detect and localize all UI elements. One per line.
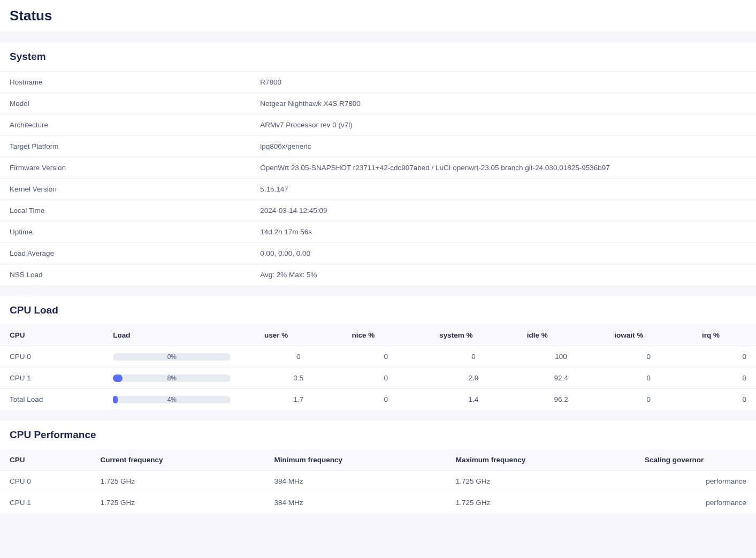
cpu-user: 0: [255, 346, 342, 368]
cpu-idle: 100: [517, 346, 605, 368]
page-title: Status: [0, 0, 756, 32]
cpu-irq: 0: [692, 346, 756, 368]
system-row-label: Firmware Version: [10, 164, 260, 172]
system-row-label: Model: [10, 100, 260, 108]
system-row-value: 0.00, 0.00, 0.00: [260, 249, 746, 257]
cpu-perf-row: CPU 11.725 GHz384 MHz1.725 GHzperformanc…: [0, 492, 756, 514]
col-cpu: CPU: [0, 325, 103, 346]
system-row-label: Local Time: [10, 207, 260, 215]
cpu-name: Total Load: [0, 389, 103, 410]
load-progress-text: 4%: [167, 396, 177, 403]
cpu-iowait: 0: [605, 368, 692, 389]
system-row: Local Time2024-03-14 12:45:09: [0, 200, 756, 221]
cpu-nice: 0: [342, 346, 430, 368]
cpu-name: CPU 0: [0, 471, 91, 492]
cpu-load-cell: 4%: [103, 389, 255, 410]
col-load: Load: [103, 325, 255, 346]
spacer: [0, 410, 756, 421]
load-progress-bar: [113, 396, 118, 403]
col-user: user %: [255, 325, 342, 346]
cpu-iowait: 0: [605, 389, 692, 410]
system-row: ModelNetgear Nighthawk X4S R7800: [0, 93, 756, 114]
maximum-frequency: 1.725 GHz: [446, 471, 635, 492]
system-row-label: NSS Load: [10, 271, 260, 279]
system-row-value: 2024-03-14 12:45:09: [260, 207, 746, 215]
system-row-value: ipq806x/generic: [260, 142, 746, 150]
load-progress-text: 0%: [167, 353, 177, 361]
system-row-label: Kernel Version: [10, 185, 260, 193]
cpu-iowait: 0: [605, 346, 692, 368]
system-row-label: Uptime: [10, 228, 260, 236]
cpu-load-cell: 8%: [103, 368, 255, 389]
col-system: system %: [430, 325, 517, 346]
system-row-label: Architecture: [10, 121, 260, 129]
system-section-title: System: [0, 42, 756, 71]
col-maximum-frequency: Maximum frequency: [446, 449, 635, 471]
load-progress: 0%: [113, 353, 231, 361]
system-row-value: OpenWrt 23.05-SNAPSHOT r23711+42-cdc907a…: [260, 164, 746, 172]
system-row-label: Target Platform: [10, 142, 260, 150]
system-row-label: Hostname: [10, 78, 260, 86]
cpu-irq: 0: [692, 368, 756, 389]
cpu-name: CPU 1: [0, 492, 91, 514]
cpu-load-section: CPU Load CPU Load user % nice % system %…: [0, 296, 756, 410]
col-idle: idle %: [517, 325, 605, 346]
system-row: HostnameR7800: [0, 71, 756, 93]
system-row-label: Load Average: [10, 249, 260, 257]
system-row-value: Netgear Nighthawk X4S R7800: [260, 100, 746, 108]
col-minimum-frequency: Minimum frequency: [265, 449, 446, 471]
spacer: [0, 32, 756, 42]
load-progress: 4%: [113, 396, 231, 403]
col-current-frequency: Current frequency: [91, 449, 265, 471]
cpu-irq: 0: [692, 389, 756, 410]
system-row: Kernel Version5.15.147: [0, 178, 756, 200]
col-irq: irq %: [692, 325, 756, 346]
col-iowait: iowait %: [605, 325, 692, 346]
system-row: Firmware VersionOpenWrt 23.05-SNAPSHOT r…: [0, 157, 756, 178]
system-row-value: 14d 2h 17m 56s: [260, 228, 746, 236]
cpu-nice: 0: [342, 389, 430, 410]
system-section: System HostnameR7800ModelNetgear Nightha…: [0, 42, 756, 285]
cpu-user: 1.7: [255, 389, 342, 410]
current-frequency: 1.725 GHz: [91, 471, 265, 492]
cpu-load-row: CPU 18%3.502.992.400: [0, 368, 756, 389]
maximum-frequency: 1.725 GHz: [446, 492, 635, 514]
system-row: Uptime14d 2h 17m 56s: [0, 221, 756, 242]
cpu-load-cell: 0%: [103, 346, 255, 368]
system-row-value: Avg: 2% Max: 5%: [260, 271, 746, 279]
col-scaling-governor: Scaling governor: [635, 449, 756, 471]
system-row-value: ARMv7 Processor rev 0 (v7l): [260, 121, 746, 129]
cpu-perf-section-title: CPU Performance: [0, 421, 756, 449]
cpu-perf-section: CPU Performance CPU Current frequency Mi…: [0, 421, 756, 513]
system-row: Load Average0.00, 0.00, 0.00: [0, 242, 756, 264]
cpu-system: 1.4: [430, 389, 517, 410]
cpu-perf-table: CPU Current frequency Minimum frequency …: [0, 449, 756, 513]
cpu-name: CPU 1: [0, 368, 103, 389]
current-frequency: 1.725 GHz: [91, 492, 265, 514]
cpu-system: 2.9: [430, 368, 517, 389]
spacer: [0, 285, 756, 296]
load-progress: 8%: [113, 374, 231, 382]
load-progress-bar: [113, 374, 123, 382]
load-progress-text: 8%: [167, 374, 177, 382]
scaling-governor: performance: [635, 492, 756, 514]
cpu-load-row: CPU 00%00010000: [0, 346, 756, 368]
cpu-load-row: Total Load4%1.701.496.200: [0, 389, 756, 410]
cpu-nice: 0: [342, 368, 430, 389]
minimum-frequency: 384 MHz: [265, 492, 446, 514]
minimum-frequency: 384 MHz: [265, 471, 446, 492]
system-row: Target Platformipq806x/generic: [0, 135, 756, 157]
system-row-value: R7800: [260, 78, 746, 86]
cpu-idle: 92.4: [517, 368, 605, 389]
col-nice: nice %: [342, 325, 430, 346]
cpu-load-table: CPU Load user % nice % system % idle % i…: [0, 325, 756, 410]
scaling-governor: performance: [635, 471, 756, 492]
cpu-load-section-title: CPU Load: [0, 296, 756, 325]
system-row-value: 5.15.147: [260, 185, 746, 193]
system-row: NSS LoadAvg: 2% Max: 5%: [0, 264, 756, 285]
cpu-user: 3.5: [255, 368, 342, 389]
cpu-system: 0: [430, 346, 517, 368]
cpu-name: CPU 0: [0, 346, 103, 368]
cpu-idle: 96.2: [517, 389, 605, 410]
system-row: ArchitectureARMv7 Processor rev 0 (v7l): [0, 114, 756, 135]
